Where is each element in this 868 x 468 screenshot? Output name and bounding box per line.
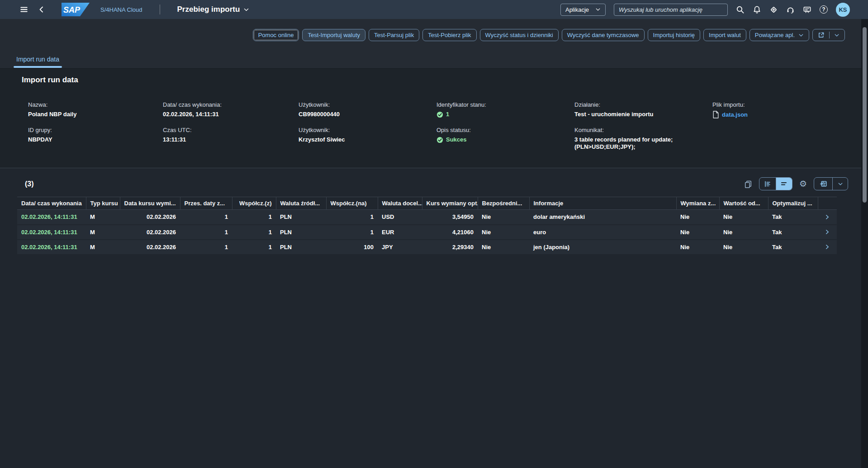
help-icon[interactable]: ?	[820, 5, 828, 14]
cell-bezposredni: Nie	[478, 210, 529, 225]
cell-typ-kursu: M	[86, 210, 120, 225]
pomoc-online-button[interactable]: Pomoc online	[253, 29, 299, 41]
col-data-czas[interactable]: Data/ czas wykonania	[17, 197, 86, 210]
test-parsuj-plik-button[interactable]: Test-Parsuj plik	[369, 29, 419, 41]
button-divider	[829, 32, 830, 38]
cell-wartosc-od: Nie	[719, 210, 768, 225]
shell-left: SAP S/4HANA Cloud Przebieg importu	[0, 3, 249, 16]
cell-wymiana-z: Nie	[676, 240, 719, 255]
share-menu-button[interactable]	[812, 29, 845, 41]
avatar[interactable]: KS	[836, 3, 850, 17]
col-data-kursu[interactable]: Data kursu wymi...	[120, 197, 180, 210]
field-value: 13:11:31	[163, 136, 299, 143]
field-dzialanie: Działanie: Test - uruchomienie importu	[574, 101, 712, 118]
cell-waluta-zrodlowa: PLN	[276, 225, 326, 240]
search-icon[interactable]	[736, 5, 745, 14]
menu-icon[interactable]	[20, 5, 28, 14]
status-id-value: 1	[446, 111, 449, 118]
field-komunikat: Komunikat: 3 table records planned for u…	[574, 127, 712, 151]
vertical-scrollbar[interactable]	[861, 19, 868, 468]
cell-informacje: euro	[529, 225, 676, 240]
powiazane-apl-button[interactable]: Powiązane apl.	[749, 29, 809, 41]
cell-data-kursu: 02.02.2026	[120, 240, 180, 255]
tab-import-run-data[interactable]: Import run data	[14, 56, 62, 68]
field-label: Data/ czas wykonania:	[163, 101, 299, 108]
import-walut-button[interactable]: Import walut	[703, 29, 746, 41]
cell-wspolcz-na: 1	[326, 225, 378, 240]
cell-kurs-wymiany: 3,54950	[422, 210, 478, 225]
cell-datetime: 02.02.2026, 14:11:31	[17, 240, 86, 255]
sap-logo[interactable]: SAP	[62, 3, 90, 16]
row-navigate-chevron[interactable]	[818, 240, 837, 255]
col-waluta-zrodlowa[interactable]: Waluta źródł...	[276, 197, 326, 210]
feedback-diamond-icon[interactable]	[769, 5, 778, 14]
field-label: Opis statusu:	[436, 127, 574, 133]
gear-icon[interactable]: ⚙	[799, 180, 807, 188]
col-wspolcz-na[interactable]: Współcz.(na)	[326, 197, 378, 210]
expand-levels-icon[interactable]	[759, 178, 776, 190]
col-optymalizuj[interactable]: Optymalizuj ...	[768, 197, 818, 210]
results-table-section: (3) ⚙	[0, 168, 868, 468]
col-wartosc-od[interactable]: Wartość od...	[719, 197, 768, 210]
table-toolbar: (3) ⚙	[0, 168, 868, 197]
col-kurs-wymiany[interactable]: Kurs wymiany opt.	[422, 197, 478, 210]
col-typ-kursu[interactable]: Typ kursu	[86, 197, 120, 210]
cell-data-kursu: 02.02.2026	[120, 225, 180, 240]
test-pobierz-plik-button[interactable]: Test-Pobierz plik	[422, 29, 476, 41]
support-headset-icon[interactable]	[786, 5, 795, 14]
col-wspolcz-z[interactable]: Współcz.(z)	[232, 197, 276, 210]
test-importuj-waluty-button[interactable]: Test-Importuj waluty	[302, 29, 365, 41]
import-run-details-panel: Import run data Nazwa: Poland NBP daily …	[0, 69, 868, 168]
app-title-menu[interactable]: Przebieg importu	[177, 5, 250, 14]
survey-icon[interactable]	[803, 5, 811, 14]
cell-kurs-wymiany: 2,29340	[422, 240, 478, 255]
export-spreadsheet-icon[interactable]	[814, 178, 832, 190]
table-row[interactable]: 02.02.2026, 14:11:31 M 02.02.2026 1 1 PL…	[17, 225, 837, 240]
cell-datetime: 02.02.2026, 14:11:31	[17, 225, 86, 240]
field-value: 02.02.2026, 14:11:31	[163, 111, 299, 118]
table-row[interactable]: 02.02.2026, 14:11:31 M 02.02.2026 1 1 PL…	[17, 210, 837, 225]
importuj-historie-button[interactable]: Importuj historię	[648, 29, 700, 41]
svg-text:SAP: SAP	[63, 5, 81, 14]
wyczysc-status-button[interactable]: Wyczyść status i dzienniki	[480, 29, 559, 41]
col-waluta-docelowa[interactable]: Waluta docel...	[378, 197, 422, 210]
table-header-row: Data/ czas wykonania Typ kursu Data kurs…	[17, 197, 837, 210]
field-label: Użytkownik:	[299, 127, 436, 133]
import-file-link[interactable]: data.json	[722, 111, 748, 118]
export-options-chevron[interactable]	[832, 178, 848, 190]
product-name: S/4HANA Cloud	[100, 6, 142, 13]
row-navigate-chevron[interactable]	[818, 210, 837, 225]
wyczysc-dane-button[interactable]: Wyczyść dane tymczasowe	[562, 29, 645, 41]
cell-wspolcz-z: 1	[232, 210, 276, 225]
cell-optymalizuj: Tak	[768, 225, 818, 240]
col-wymiana-z[interactable]: Wymiana z...	[676, 197, 719, 210]
table-row[interactable]: 02.02.2026, 14:11:31 M 02.02.2026 1 1 PL…	[17, 240, 837, 255]
bell-icon[interactable]	[753, 5, 761, 14]
field-opis-statusu: Opis statusu: Sukces	[436, 127, 574, 151]
cell-wspolcz-na: 100	[326, 240, 378, 255]
collapse-levels-icon[interactable]	[776, 178, 792, 190]
cell-przes-daty: 1	[180, 240, 232, 255]
field-label: Identyfikator stanu:	[436, 101, 574, 108]
status-text: Sukces	[446, 136, 467, 143]
back-icon[interactable]	[38, 6, 45, 13]
scrollbar-thumb[interactable]	[863, 27, 867, 203]
apps-scope-select[interactable]: Aplikacje	[560, 4, 606, 16]
row-navigate-chevron[interactable]	[818, 225, 837, 240]
search-input[interactable]	[614, 4, 728, 16]
col-przes-daty[interactable]: Przes. daty z...	[180, 197, 232, 210]
col-informacje[interactable]: Informacje	[529, 197, 676, 210]
action-toolbar: Pomoc online Test-Importuj waluty Test-P…	[253, 29, 845, 41]
cell-data-kursu: 02.02.2026	[120, 210, 180, 225]
field-value: Krzysztof Siwiec	[299, 136, 436, 143]
chevron-down-icon	[798, 33, 804, 38]
chevron-down-icon	[834, 33, 840, 38]
cell-typ-kursu: M	[86, 240, 120, 255]
field-label: Działanie:	[574, 101, 712, 108]
field-label: Czas UTC:	[163, 127, 299, 133]
field-value: Poland NBP daily	[28, 111, 163, 118]
chevron-down-icon	[595, 7, 601, 12]
copy-icon[interactable]	[744, 180, 752, 188]
cell-optymalizuj: Tak	[768, 210, 818, 225]
col-bezposredni[interactable]: Bezpośredni...	[478, 197, 529, 210]
